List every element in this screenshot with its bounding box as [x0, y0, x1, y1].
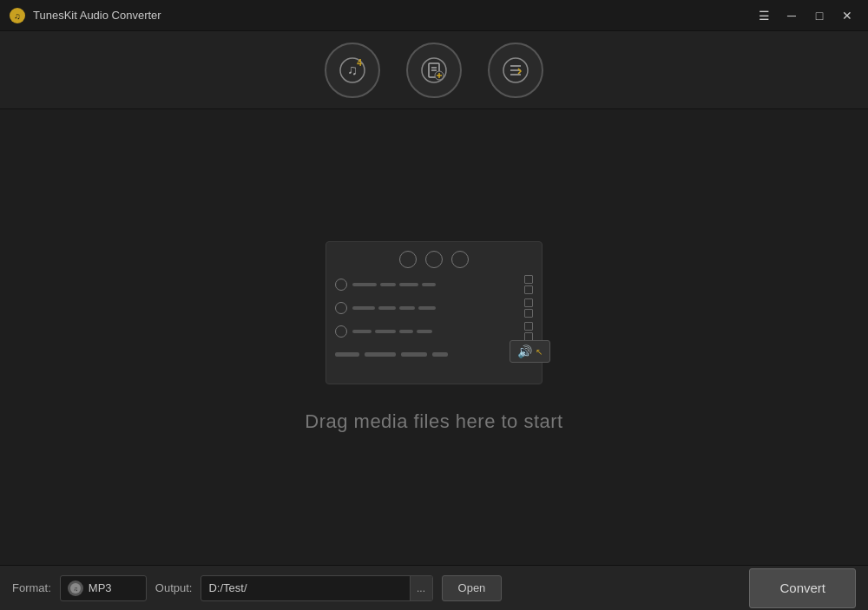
title-bar-controls: ☰ ─ □ ✕	[752, 6, 859, 25]
bottom-bar	[335, 352, 359, 357]
convert-button[interactable]: Convert	[749, 568, 856, 608]
toolbar: ♫ 4	[0, 31, 868, 109]
minimize-button[interactable]: ─	[779, 6, 804, 25]
check-box	[524, 275, 533, 284]
app-title: TunesKit Audio Converter	[33, 9, 161, 22]
svg-text:4: 4	[357, 58, 362, 68]
add-file-button[interactable]	[406, 43, 462, 98]
line	[380, 283, 396, 286]
bottom-bar	[401, 352, 427, 357]
line	[418, 306, 436, 310]
drag-media-text: Drag media files here to start	[305, 410, 562, 433]
row-checks	[524, 275, 533, 294]
illus-rows	[326, 273, 542, 347]
cursor-icon: ↖	[536, 347, 542, 357]
illus-top	[326, 242, 542, 273]
main-content: 🔊 ↖ Drag media files here to start	[0, 109, 868, 565]
check-box	[524, 322, 533, 331]
output-path-input[interactable]	[201, 581, 409, 594]
format-select[interactable]: ♫ MP3	[60, 575, 147, 601]
check-box	[524, 298, 533, 307]
speaker-tooltip: 🔊 ↖	[510, 340, 550, 363]
app-logo: ♫	[9, 7, 26, 24]
row-lines	[352, 330, 519, 333]
line	[352, 330, 372, 333]
illus-circle-3	[451, 251, 469, 268]
line	[375, 330, 396, 333]
maximize-button[interactable]: □	[807, 6, 832, 25]
open-button[interactable]: Open	[442, 575, 503, 601]
svg-text:♫: ♫	[73, 586, 77, 592]
illus-row-1	[335, 275, 533, 294]
svg-text:♫: ♫	[347, 62, 358, 77]
row-lines	[352, 283, 519, 286]
line	[352, 283, 377, 286]
row-lines	[352, 306, 519, 310]
row-checks	[524, 298, 533, 318]
title-bar: ♫ TunesKit Audio Converter ☰ ─ □ ✕	[0, 0, 868, 31]
line	[399, 306, 415, 310]
output-label: Output:	[155, 581, 193, 594]
illus-circle-1	[399, 251, 417, 268]
format-icon: ♫	[68, 580, 83, 596]
format-label: Format:	[12, 581, 51, 594]
output-browse-button[interactable]: ...	[410, 575, 432, 601]
illus-circle-2	[425, 251, 443, 268]
svg-text:♫: ♫	[14, 11, 21, 21]
format-value: MP3	[89, 581, 112, 594]
line	[417, 330, 432, 333]
illus-row-2	[335, 298, 533, 318]
output-field-wrap: ...	[201, 575, 432, 601]
row-checks	[524, 322, 533, 341]
row-circle	[335, 325, 347, 338]
line	[352, 306, 375, 310]
close-button[interactable]: ✕	[835, 6, 859, 25]
illustration: 🔊 ↖	[326, 241, 542, 384]
row-circle	[335, 302, 347, 314]
add-music-button[interactable]: ♫ 4	[325, 43, 380, 98]
menu-button[interactable]: ☰	[752, 6, 776, 25]
convert-queue-button[interactable]	[488, 43, 543, 98]
line	[422, 283, 436, 286]
illus-row-3	[335, 322, 533, 341]
line	[399, 283, 418, 286]
line	[399, 330, 413, 333]
bottom-bar	[365, 352, 396, 357]
bottom-bar	[432, 352, 448, 357]
speaker-icon: 🔊	[517, 344, 532, 358]
title-bar-left: ♫ TunesKit Audio Converter	[9, 7, 161, 24]
line	[378, 306, 396, 310]
check-box	[524, 309, 533, 318]
bottom-bar: Format: ♫ MP3 Output: ... Open Convert	[0, 565, 868, 610]
row-circle	[335, 279, 347, 291]
check-box	[524, 285, 533, 294]
